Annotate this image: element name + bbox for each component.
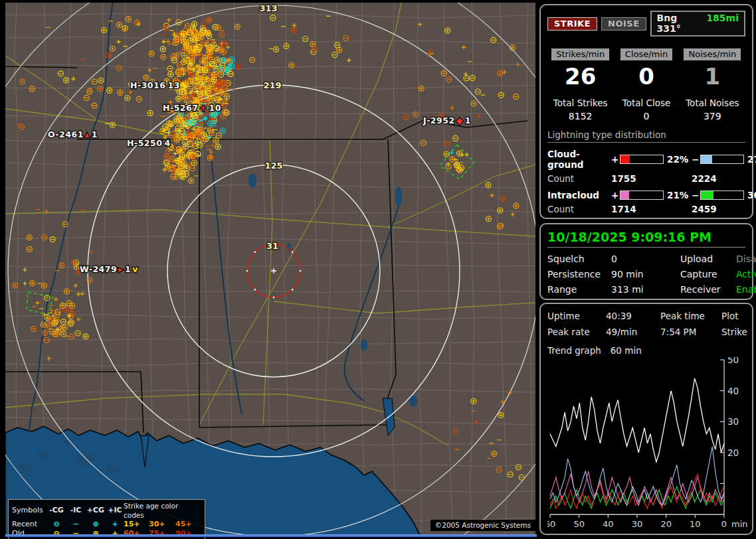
strikes-per-min-value: 26 xyxy=(547,64,613,89)
trend-graph: 203040506050403020100min xyxy=(547,357,748,531)
cloud-ground-row: Cloud-ground + 22% − 27% xyxy=(547,149,745,170)
neg-ic-bar xyxy=(700,191,744,200)
age-45: 45+ xyxy=(175,520,201,529)
count-label: Count xyxy=(547,173,611,184)
neg-ic-percent: 30% xyxy=(744,190,756,200)
pos-cg-percent: 22% xyxy=(664,154,692,165)
noises-per-min-column: Noises/min 1 Total Noises 379 xyxy=(680,47,745,121)
peak-time-label: Peak time xyxy=(660,311,721,321)
pos-ic-percent: 21% xyxy=(664,190,692,200)
ring-label-125: 125 xyxy=(264,161,282,171)
lightning-map[interactable]: 31321912531 H-301613H-5267+10O-2461▴1H-5… xyxy=(5,3,535,535)
strikes-per-min-column: Strikes/min 26 Total Strikes 8152 xyxy=(547,47,613,121)
window-border-bottom xyxy=(5,534,537,537)
peak-time-value: 7:54 PM xyxy=(660,327,721,337)
receiver-status: Enabled xyxy=(736,284,756,295)
bearing-value: Bng 331° xyxy=(657,13,699,34)
minus-sign: − xyxy=(692,190,700,200)
intracloud-count-row: Count 1714 2459 xyxy=(547,204,745,214)
total-strikes-value: 8152 xyxy=(547,111,613,121)
trac-label-H-5250: H-52504 xyxy=(127,138,171,148)
squelch-value: 0 xyxy=(611,254,680,264)
intracloud-label: Intracloud xyxy=(547,190,611,200)
pos-cg-recent-icon: ⊕ xyxy=(85,520,106,529)
datetime-display: 10/18/2025 9:09:16 PM xyxy=(547,230,745,248)
close-per-min-value: 0 xyxy=(613,64,679,89)
legend-col-neg-ic: -IC xyxy=(66,506,85,515)
legend-symbols-header: Symbols xyxy=(12,506,47,515)
capture-status: Active xyxy=(736,269,756,279)
pos-ic-bar xyxy=(620,191,664,200)
peak-rate-value: 49/min xyxy=(606,327,660,337)
noises-per-min-label: Noises/min xyxy=(684,48,741,60)
plus-sign: + xyxy=(611,190,620,200)
status-panel: 10/18/2025 9:09:16 PM Squelch 0 Upload D… xyxy=(539,223,753,300)
minus-sign: − xyxy=(692,154,700,165)
strike-mode-button[interactable]: STRIKE xyxy=(547,17,597,31)
capture-label: Capture xyxy=(680,269,736,279)
plot-value: Strike xyxy=(721,327,747,337)
svg-text:10: 10 xyxy=(690,519,701,529)
neg-cg-bar xyxy=(700,155,744,164)
range-label: Range xyxy=(547,284,611,295)
legend-age-header: Strike age color codes xyxy=(124,501,201,520)
uptime-label: Uptime xyxy=(547,311,606,321)
svg-text:50: 50 xyxy=(573,519,585,529)
range-value: 313 mi xyxy=(611,284,680,295)
svg-text:0: 0 xyxy=(721,519,727,529)
legend-recent-label: Recent xyxy=(12,520,47,529)
bearing-readout: Bng 331° 185mi xyxy=(650,11,745,37)
plus-sign: + xyxy=(611,154,620,165)
cloud-ground-label: Cloud-ground xyxy=(547,149,611,170)
neg-ic-recent-icon: − xyxy=(66,520,85,529)
distribution-header: Lightning type distribution xyxy=(547,129,745,143)
svg-text:min: min xyxy=(731,519,748,529)
svg-text:30: 30 xyxy=(632,519,643,529)
pos-cg-count: 1755 xyxy=(611,173,692,184)
uptime-value: 40:39 xyxy=(606,311,660,321)
stats-panel: STRIKE NOISE Bng 331° 185mi Strikes/min … xyxy=(539,4,753,219)
legend-col-neg-cg: -CG xyxy=(47,506,66,515)
legend-col-pos-cg: +CG xyxy=(85,506,106,515)
total-close-label: Total Close xyxy=(613,98,679,108)
trac-label-W-2479: W-2479▸1v xyxy=(80,264,138,274)
total-close-value: 0 xyxy=(613,111,679,121)
pos-ic-recent-icon: + xyxy=(106,520,124,529)
total-strikes-label: Total Strikes xyxy=(547,98,613,108)
svg-text:30: 30 xyxy=(727,416,739,427)
total-noises-value: 379 xyxy=(680,111,745,121)
neg-cg-percent: 27% xyxy=(744,154,756,165)
ring-label-219: 219 xyxy=(263,80,281,90)
age-30: 30+ xyxy=(149,520,175,529)
ring-label-31: 31 xyxy=(266,241,278,251)
squelch-label: Squelch xyxy=(547,254,611,264)
nexstorm-app: 31321912531 H-301613H-5267+10O-2461▴1H-5… xyxy=(0,0,756,539)
noise-mode-button[interactable]: NOISE xyxy=(601,17,646,31)
total-noises-label: Total Noises xyxy=(680,98,745,108)
intracloud-row: Intracloud + 21% − 30% xyxy=(547,190,745,200)
svg-text:20: 20 xyxy=(660,519,672,529)
peak-rate-label: Peak rate xyxy=(547,327,606,337)
count-label: Count xyxy=(547,204,611,214)
cloud-ground-count-row: Count 1755 2224 xyxy=(547,173,745,184)
svg-text:20: 20 xyxy=(727,447,739,458)
svg-text:50: 50 xyxy=(727,357,739,365)
persistence-label: Persistence xyxy=(547,269,611,279)
close-per-min-column: Close/min 0 Total Close 0 xyxy=(613,47,679,121)
upload-status: Disabled xyxy=(736,254,756,264)
symbol-legend: Symbols -CG -IC +CG +IC Strike age color… xyxy=(8,499,205,539)
legend-col-pos-ic: +IC xyxy=(106,506,124,515)
session-panel: Uptime 40:39 Peak time Plot Peak rate 49… xyxy=(539,303,753,535)
neg-cg-recent-icon: ⊖ xyxy=(47,520,66,529)
map-canvas: 31321912531 H-301613H-5267+10O-2461▴1H-5… xyxy=(5,3,535,535)
trend-graph-label: Trend graph xyxy=(547,345,601,356)
copyright-notice: ©2005 Astrogenic Systems xyxy=(430,520,535,531)
plot-label: Plot xyxy=(721,311,747,321)
neg-ic-count: 2459 xyxy=(692,204,745,214)
upload-label: Upload xyxy=(680,254,736,264)
receiver-label: Receiver xyxy=(680,284,736,295)
persistence-value: 90 min xyxy=(611,269,680,279)
neg-cg-count: 2224 xyxy=(692,173,745,184)
svg-text:40: 40 xyxy=(727,386,739,396)
trac-label-H-3016: H-301613 xyxy=(130,80,180,90)
